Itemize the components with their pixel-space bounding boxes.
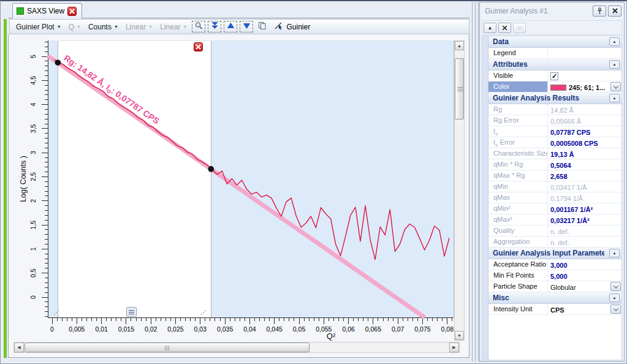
panel-title: Guinier Analysis #1: [485, 7, 548, 15]
visible-checkbox[interactable]: ✓: [550, 72, 558, 80]
section-header-guinier-analysis-input-parameters: Guinier Analysis Input Parameters▲: [488, 248, 621, 259]
property-row-qmax-rg[interactable]: qMax * Rg2,658: [488, 170, 621, 181]
property-row-legend[interactable]: Legend: [488, 48, 621, 59]
panel-toolbar: ▲: [482, 20, 622, 35]
fit-boundary-marker: [55, 59, 61, 66]
property-value[interactable]: n. def.: [548, 226, 621, 236]
property-label: Color: [488, 82, 548, 92]
property-value[interactable]: 0,5064: [548, 159, 621, 170]
close-icon: [612, 8, 618, 13]
expand-button[interactable]: [513, 23, 526, 33]
property-value[interactable]: 0,03417 1/Å: [548, 181, 621, 192]
property-value[interactable]: 0,0005008 CPS: [548, 137, 621, 148]
property-row-particle-shape[interactable]: Particle ShapeGlobular: [488, 281, 621, 292]
delete-analysis-button[interactable]: [498, 23, 511, 33]
horizontal-scrollbar-thumb[interactable]: [25, 343, 310, 352]
pre-fit-region: [48, 40, 58, 317]
property-row-qmax²[interactable]: qMax²0,03217 1/Å²: [488, 214, 621, 226]
property-value[interactable]: [548, 48, 621, 58]
scroll-right-button[interactable]: ▶: [449, 343, 459, 352]
x-tick-label: 0,015: [118, 325, 134, 333]
section-header-data: Data▲: [488, 36, 621, 48]
property-row-acceptance-ratio[interactable]: Acceptance Ratio3,000: [488, 259, 621, 270]
property-row-quality[interactable]: Qualityn. def.: [488, 226, 621, 237]
horizontal-scrollbar[interactable]: ◀ ▶: [13, 342, 460, 353]
x-tick-label: 0,01: [95, 325, 108, 333]
property-value[interactable]: ✓: [548, 70, 621, 81]
property-value-text: n. def.: [550, 239, 569, 246]
vertical-scrollbar[interactable]: ▲ ▼: [454, 40, 465, 341]
y-tick-label: 1,5: [29, 221, 37, 230]
section-header-label: Attributes: [493, 60, 604, 69]
property-label: Quality: [488, 226, 548, 236]
collapse-button[interactable]: ▲: [609, 37, 620, 46]
property-value[interactable]: 5,000: [548, 270, 621, 281]
property-value-text: 0,0005008 CPS: [550, 140, 598, 147]
collapse-button[interactable]: ▲: [609, 94, 620, 102]
property-value-text: 0,07787 CPS: [550, 129, 590, 136]
property-row-rg[interactable]: Rg14,82 Å: [488, 104, 621, 115]
property-value-text: 14,82 Å: [550, 107, 574, 114]
property-value[interactable]: 19,13 Å: [548, 148, 621, 159]
collapse-button[interactable]: ▲: [609, 294, 620, 302]
property-value[interactable]: 2,658: [548, 170, 621, 181]
scroll-left-button[interactable]: ◀: [14, 343, 24, 352]
dropdown-button[interactable]: [610, 82, 621, 91]
property-row-rg-error[interactable]: Rg Error0,05666 Å: [488, 115, 621, 126]
section-header-label: Guinier Analysis Input Parameters: [493, 249, 604, 257]
collapse-button[interactable]: ▲: [609, 60, 620, 69]
scroll-up-button[interactable]: ▲: [455, 41, 464, 50]
property-row-qmin[interactable]: qMin0,03417 1/Å: [488, 181, 621, 192]
property-row-i[interactable]: Io0,07787 CPS: [488, 126, 621, 137]
property-value[interactable]: n. def.: [548, 237, 621, 247]
color-swatch: [550, 85, 566, 91]
section-header-misc: Misc▲: [488, 292, 621, 304]
property-value[interactable]: 0,05666 Å: [548, 115, 621, 126]
property-value[interactable]: 3,000: [548, 259, 621, 270]
property-value[interactable]: 0,1794 1/Å: [548, 192, 621, 203]
chevron-down-icon: [613, 283, 618, 288]
y-tick-label: 2,5: [29, 172, 37, 181]
property-row-qmin-rg[interactable]: qMin * Rg0,5064: [488, 159, 621, 170]
panel-close-button[interactable]: [608, 6, 621, 17]
property-row-color[interactable]: Color245; 61; 1...: [488, 82, 621, 93]
pin-button[interactable]: [593, 6, 606, 17]
panel-splitter[interactable]: [471, 2, 479, 362]
fit-region: [58, 40, 211, 317]
fit-region-close-button[interactable]: [194, 42, 203, 51]
property-row-characteristic-size[interactable]: Characteristic Size19,13 Å: [488, 148, 621, 159]
property-value[interactable]: 0,03217 1/Å²: [548, 214, 621, 225]
property-row-aggregation[interactable]: Aggregationn. def.: [488, 237, 621, 248]
collapse-button[interactable]: ▲: [609, 249, 620, 257]
move-up-button[interactable]: ▲: [484, 23, 496, 33]
dropdown-button[interactable]: [610, 282, 621, 291]
y-tick-label: 2: [29, 199, 37, 203]
y-tick-label: 3: [29, 151, 37, 154]
property-label: qMin * Rg: [488, 159, 548, 170]
x-tick-label: 0,025: [167, 325, 183, 333]
property-row-qmax[interactable]: qMax0,1794 1/Å: [488, 192, 621, 203]
scroll-down-button[interactable]: ▼: [455, 331, 464, 340]
property-label: Io Error: [488, 137, 548, 148]
pin-icon: [596, 7, 603, 15]
property-value-text: 0,001167 1/Å²: [550, 206, 593, 213]
property-value-text: 0,03217 1/Å²: [550, 217, 590, 224]
property-value[interactable]: 0,001167 1/Å²: [548, 203, 621, 214]
y-tick-label: 0: [29, 295, 37, 299]
dropdown-button[interactable]: [610, 305, 621, 314]
y-tick-label: 1: [29, 247, 37, 251]
property-label: Aggregation: [488, 237, 548, 247]
x-tick-label: 0,07: [392, 325, 405, 333]
property-value[interactable]: 0,07787 CPS: [548, 126, 621, 137]
guinier-plot[interactable]: 00,511,522,533,544,5500,0050,010,0150,02…: [0, 0, 472, 342]
delete-icon: [502, 25, 507, 31]
property-value[interactable]: 14,82 Å: [548, 104, 621, 115]
property-row-min-fit-points[interactable]: Min Fit Points5,000: [488, 270, 621, 281]
vertical-scrollbar-thumb[interactable]: [455, 58, 464, 119]
property-row-visible[interactable]: Visible✓: [488, 70, 621, 82]
x-tick-label: 0,035: [217, 325, 233, 333]
property-row-qmin²[interactable]: qMin²0,001167 1/Å²: [488, 203, 621, 214]
property-row-i-error[interactable]: Io Error0,0005008 CPS: [488, 137, 621, 148]
fit-region-menu-button[interactable]: [126, 307, 137, 317]
property-row-intensity-unit[interactable]: Intensity UnitCPS: [488, 304, 621, 315]
